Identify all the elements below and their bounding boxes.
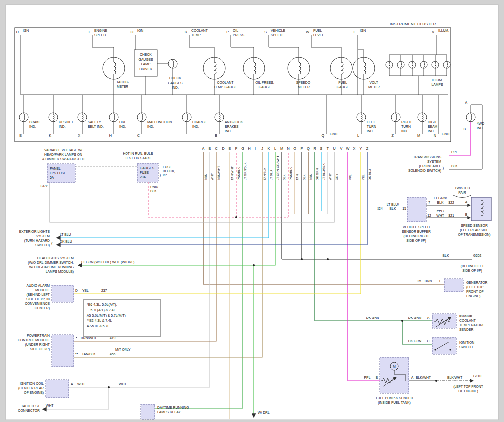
- connector-pin-letter: A: [202, 146, 205, 151]
- connector-pin-letter: X: [353, 146, 356, 151]
- fuel-pump-label: FUEL PUMP & SENDER(INSIDE FUEL TANK): [376, 396, 413, 405]
- connector-pin-letter: R: [313, 146, 316, 151]
- indicator-pin-letter: B: [215, 133, 217, 138]
- connector-pin-letter: P: [301, 146, 303, 151]
- headlights-wire-label: LT GRN (W/O DRL) WHT (W/ DRL): [81, 260, 134, 264]
- connector-wire-label: BRN: [309, 174, 312, 180]
- connector-wire-label: LT GRN-OR/WHT: [276, 156, 279, 180]
- fuel-pump-box: [380, 357, 409, 393]
- connector-pin-letter: L: [274, 146, 276, 151]
- connector-wire-label: TAN/WHT: [230, 166, 234, 180]
- pin-label: IGN: [23, 29, 29, 32]
- connector-pin-letter: Z: [366, 146, 369, 151]
- vssb-a-term: A: [465, 200, 468, 204]
- connector-wire-label: LT BLU: [269, 170, 273, 180]
- connector-wire-label: BRN/WHT: [217, 166, 220, 180]
- pcm-ckt2: 456: [110, 352, 116, 356]
- connector-pin-letter: I: [255, 146, 256, 151]
- connector-pin-letter: M: [280, 146, 283, 151]
- g110-label: G110: [473, 374, 481, 378]
- connector-pin-X: X: [353, 146, 356, 151]
- pump-pin-b: B: [376, 376, 378, 379]
- indicator-pin-letter: N: [434, 133, 436, 138]
- vssb-in-ckt: 824: [377, 207, 383, 210]
- connector-pin-letter: W: [346, 146, 350, 151]
- temp-wire2: DK GRN: [408, 316, 422, 319]
- connector-pin-letter: S: [320, 146, 323, 151]
- connector-pin-letter: B: [209, 146, 211, 151]
- motor-m-glyph: M: [393, 365, 396, 368]
- vssb-b-wire2: WHT: [436, 214, 444, 217]
- coil-wire: WHT: [77, 382, 85, 386]
- g202-label: G202: [473, 254, 482, 257]
- pin-letter: R: [185, 30, 187, 34]
- connector-wire-label: GRY: [335, 174, 338, 180]
- indicator-pin-letter: Z: [392, 133, 394, 138]
- awd-pin-a: A: [465, 101, 467, 104]
- coil-pin: A: [71, 382, 73, 386]
- connector-pin-letter: F: [235, 146, 238, 151]
- ignition-coil-box: [46, 380, 69, 398]
- coil-wire2: WHT: [119, 382, 126, 386]
- connector-wire-label: PNK/BLK: [289, 167, 292, 180]
- cluster-title: INSTRUMENT CLUSTER: [390, 22, 436, 26]
- connector-pin-letter: O: [293, 146, 296, 151]
- pump-pin-a: A: [411, 376, 414, 379]
- indicator-pin-letter: Q: [321, 133, 324, 138]
- trans-ppl-label: PPL: [451, 150, 458, 154]
- connector-wire-label: BLK: [302, 174, 306, 180]
- wdrl-label: W/ DRL: [258, 411, 270, 414]
- generator-ckt: 25: [417, 279, 421, 283]
- pin-letter: F: [354, 30, 356, 34]
- pcm-ckt1: 419: [110, 336, 116, 340]
- connector-wire-label: TAN/BLK: [263, 167, 266, 180]
- audio-ckt: 237: [101, 289, 107, 292]
- vssb-a-ckt: 822: [448, 201, 454, 204]
- pin-letter: S: [264, 30, 267, 34]
- pin-letter: T: [88, 30, 91, 34]
- vssb-b-ckt: 821: [448, 214, 454, 217]
- connector-pin-letter: K: [268, 146, 270, 151]
- wiring-diagram: INSTRUMENT CLUSTER TACHO-METER CHECKGAUG…: [0, 0, 504, 422]
- connector-pin-letter: Q: [307, 146, 310, 151]
- connector-pin-letter: N: [287, 146, 289, 151]
- pin-label: ILLUM.: [438, 29, 449, 32]
- indicator-pin-letter: X: [78, 133, 80, 138]
- pump-wire-out: BLK/WHT: [416, 376, 431, 379]
- indicator-pin-letter: C: [137, 133, 140, 138]
- pin-letter: P: [226, 30, 229, 34]
- connector-pin-letter: E: [229, 146, 231, 151]
- pcm-wire1: BRN/WHT: [81, 336, 97, 340]
- gry-label: GRY: [40, 184, 48, 188]
- page: INSTRUMENT CLUSTER TACHO-METER CHECKGAUG…: [0, 0, 504, 422]
- connector-wire-label: PNK/BLK: [237, 167, 240, 180]
- gnd-label: GND: [330, 132, 337, 136]
- dkblu-label: DK BLU: [60, 240, 72, 243]
- awd-pin-b: B: [463, 127, 466, 131]
- pcm-pin2: **: [75, 352, 78, 356]
- g202-wire-label: BLK: [443, 254, 449, 257]
- indicator-pin-letter: M: [417, 133, 420, 138]
- connector-wire-label: WHT: [210, 173, 214, 180]
- connector-pin-letter: C: [215, 146, 217, 151]
- connector-pin-H: H: [248, 146, 250, 151]
- vssb-a-pin: 7: [428, 201, 430, 204]
- connector-pin-letter: D: [222, 146, 224, 151]
- tach-test-wire: WHT: [46, 404, 53, 407]
- connector-wire-label: TAN: [295, 174, 299, 180]
- transmissions-brace: }: [442, 166, 444, 170]
- gnd-label: GND: [442, 132, 449, 136]
- connector-wire-label: WHT: [328, 173, 332, 180]
- connector-pin-letter: H: [248, 146, 250, 151]
- vssb-b-term: B: [465, 213, 468, 216]
- ign-pin: C: [427, 339, 430, 343]
- pin-letter: W: [306, 30, 309, 34]
- vssb-box: [407, 197, 426, 222]
- exterior-brace: {: [51, 242, 53, 246]
- connector-wire-label: LT BLU/BLK: [322, 163, 325, 180]
- indicator-pin-letter: H: [109, 133, 112, 138]
- connector-pin-letter: J: [261, 146, 263, 151]
- connector-wire-label: YEL: [361, 174, 365, 180]
- pin-label: IGN: [137, 29, 143, 32]
- generator-pin: L: [439, 279, 441, 283]
